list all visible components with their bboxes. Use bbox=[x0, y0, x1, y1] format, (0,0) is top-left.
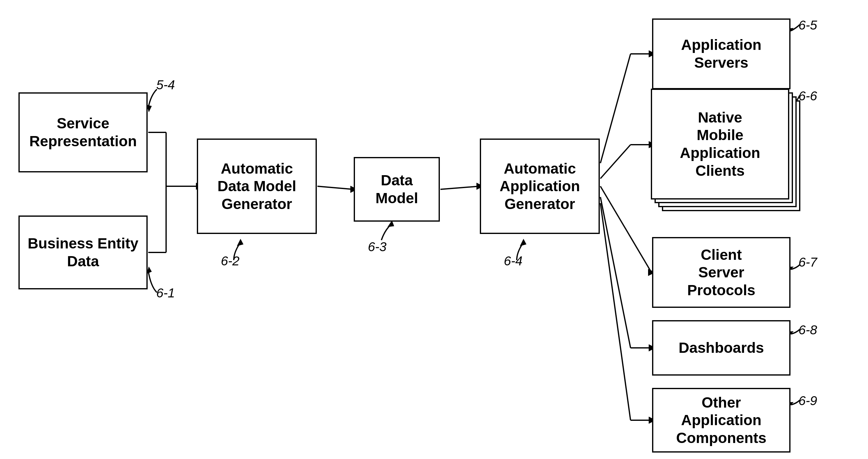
diagram-container: ServiceRepresentation Business EntityDat… bbox=[0, 0, 868, 459]
svg-line-12 bbox=[600, 145, 630, 178]
business-entity-label: Business EntityData bbox=[28, 235, 138, 270]
svg-line-7 bbox=[440, 186, 479, 189]
business-entity-box: Business EntityData bbox=[19, 216, 148, 289]
service-rep-label: ServiceRepresentation bbox=[29, 115, 136, 150]
label-63: 6-3 bbox=[368, 239, 386, 254]
client-server-label: ClientServerProtocols bbox=[687, 246, 755, 299]
svg-marker-24 bbox=[147, 267, 151, 274]
data-model-label: DataModel bbox=[376, 171, 418, 207]
auto-app-gen-box: AutomaticApplicationGenerator bbox=[480, 139, 600, 234]
label-62: 6-2 bbox=[221, 254, 240, 268]
client-server-box: ClientServerProtocols bbox=[652, 237, 790, 308]
dashboards-label: Dashboards bbox=[679, 339, 764, 357]
native-mobile-label: NativeMobileApplicationClients bbox=[680, 109, 760, 179]
data-model-box: DataModel bbox=[354, 157, 440, 222]
svg-marker-27 bbox=[521, 239, 526, 246]
app-servers-box: ApplicationServers bbox=[652, 19, 790, 89]
auto-data-model-box: AutomaticData ModelGenerator bbox=[197, 139, 317, 234]
svg-line-20 bbox=[600, 203, 630, 420]
other-app-box: OtherApplicationComponents bbox=[652, 388, 790, 453]
dashboards-box: Dashboards bbox=[652, 320, 790, 376]
svg-line-9 bbox=[600, 54, 630, 163]
svg-line-15 bbox=[600, 186, 651, 272]
auto-app-gen-label: AutomaticApplicationGenerator bbox=[499, 160, 580, 213]
label-54: 5-4 bbox=[156, 78, 175, 92]
label-68: 6-8 bbox=[799, 323, 817, 337]
svg-marker-23 bbox=[147, 105, 151, 111]
service-rep-box: ServiceRepresentation bbox=[19, 92, 148, 172]
svg-marker-25 bbox=[238, 239, 243, 246]
svg-marker-26 bbox=[388, 221, 394, 227]
label-61: 6-1 bbox=[156, 286, 175, 300]
svg-line-17 bbox=[600, 197, 630, 348]
label-64: 6-4 bbox=[504, 254, 523, 268]
auto-data-model-label: AutomaticData ModelGenerator bbox=[217, 160, 296, 213]
label-67: 6-7 bbox=[799, 255, 817, 270]
svg-line-5 bbox=[317, 186, 353, 189]
app-servers-label: ApplicationServers bbox=[681, 36, 761, 71]
other-app-label: OtherApplicationComponents bbox=[676, 394, 766, 447]
label-65: 6-5 bbox=[799, 18, 817, 33]
label-69: 6-9 bbox=[799, 394, 817, 408]
native-mobile-box: NativeMobileApplicationClients bbox=[651, 89, 789, 200]
label-66: 6-6 bbox=[799, 89, 817, 104]
